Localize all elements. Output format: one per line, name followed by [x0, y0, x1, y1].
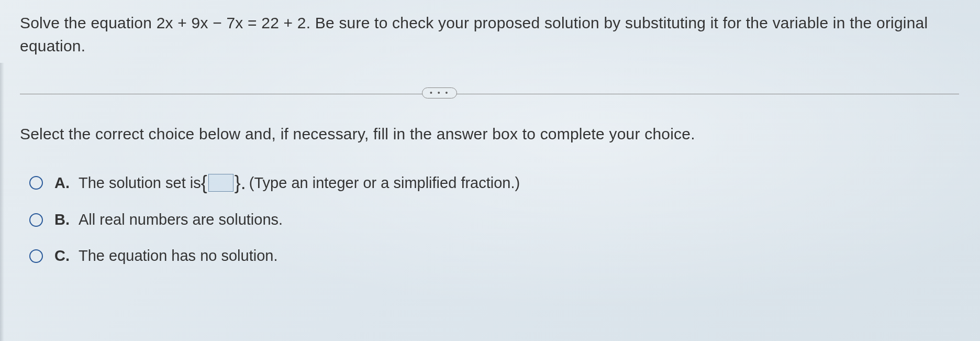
brace-close: }. [235, 173, 246, 192]
option-a-text: The solution set is { }. (Type an intege… [79, 173, 520, 192]
option-a-prefix: The solution set is [79, 174, 201, 192]
brace-open: { [201, 173, 207, 192]
option-c: C. The equation has no solution. [29, 247, 964, 265]
divider-line [20, 94, 959, 94]
option-a: A. The solution set is { }. (Type an int… [29, 173, 964, 192]
instruction-text: Select the correct choice below and, if … [20, 125, 964, 143]
option-b-label: B. [54, 211, 71, 228]
question-container: Solve the equation 2x + 9x − 7x = 22 + 2… [0, 0, 980, 299]
radio-b[interactable] [29, 213, 43, 227]
more-pill[interactable]: • • • [422, 87, 457, 98]
option-c-text: The equation has no solution. [79, 247, 278, 265]
option-a-hint: (Type an integer or a simplified fractio… [249, 174, 520, 192]
answer-input[interactable] [208, 174, 233, 192]
option-b: B. All real numbers are solutions. [29, 211, 964, 228]
option-b-text: All real numbers are solutions. [79, 211, 283, 228]
question-text: Solve the equation 2x + 9x − 7x = 22 + 2… [20, 12, 964, 57]
options-group: A. The solution set is { }. (Type an int… [20, 173, 964, 265]
radio-c[interactable] [29, 249, 43, 263]
divider: • • • [20, 87, 964, 100]
option-a-label: A. [54, 174, 71, 192]
option-c-label: C. [54, 247, 71, 265]
radio-a[interactable] [29, 176, 43, 190]
